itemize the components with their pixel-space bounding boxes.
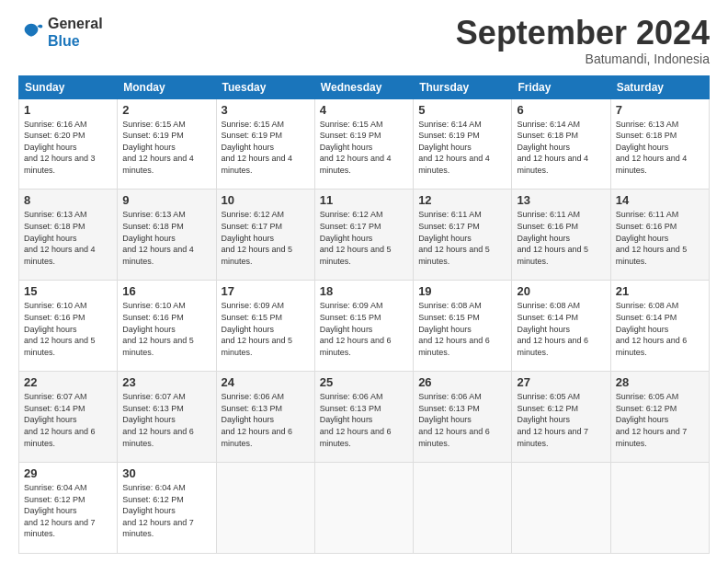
day-detail: Sunrise: 6:06 AM Sunset: 6:13 PM Dayligh… (320, 391, 408, 449)
day-detail: Sunrise: 6:04 AM Sunset: 6:12 PM Dayligh… (122, 482, 210, 540)
day-detail: Sunrise: 6:05 AM Sunset: 6:12 PM Dayligh… (517, 391, 605, 449)
calendar-day: 6 Sunrise: 6:14 AM Sunset: 6:18 PM Dayli… (512, 98, 610, 190)
calendar-day: 18 Sunrise: 6:09 AM Sunset: 6:15 PM Dayl… (314, 281, 413, 372)
calendar-week-1: 1 Sunrise: 6:16 AM Sunset: 6:20 PM Dayli… (19, 98, 710, 190)
calendar-day: 1 Sunrise: 6:16 AM Sunset: 6:20 PM Dayli… (19, 98, 118, 190)
day-detail: Sunrise: 6:10 AM Sunset: 6:16 PM Dayligh… (122, 300, 210, 358)
day-number: 19 (418, 284, 506, 298)
day-detail: Sunrise: 6:09 AM Sunset: 6:15 PM Dayligh… (222, 300, 310, 358)
day-number: 8 (24, 193, 112, 207)
day-detail: Sunrise: 6:08 AM Sunset: 6:14 PM Dayligh… (517, 300, 605, 358)
calendar-day: 11 Sunrise: 6:12 AM Sunset: 6:17 PM Dayl… (314, 190, 413, 281)
calendar-day: 12 Sunrise: 6:11 AM Sunset: 6:17 PM Dayl… (414, 190, 512, 281)
calendar-body: 1 Sunrise: 6:16 AM Sunset: 6:20 PM Dayli… (19, 98, 710, 553)
calendar-day: 24 Sunrise: 6:06 AM Sunset: 6:13 PM Dayl… (216, 372, 314, 463)
day-number: 1 (24, 103, 112, 117)
day-detail: Sunrise: 6:08 AM Sunset: 6:15 PM Dayligh… (418, 300, 506, 358)
calendar-header-row: SundayMondayTuesdayWednesdayThursdayFrid… (19, 75, 710, 98)
page: General Blue September 2024 Batumandi, I… (0, 0, 728, 563)
day-number: 4 (320, 103, 408, 117)
day-number: 21 (616, 284, 704, 298)
location: Batumandi, Indonesia (456, 52, 710, 66)
calendar-header-wednesday: Wednesday (314, 75, 413, 98)
day-number: 9 (122, 193, 210, 207)
day-number: 18 (320, 284, 408, 298)
day-number: 16 (122, 284, 210, 298)
logo-text: General Blue (48, 15, 103, 50)
day-detail: Sunrise: 6:11 AM Sunset: 6:16 PM Dayligh… (517, 209, 605, 267)
calendar-day: 16 Sunrise: 6:10 AM Sunset: 6:16 PM Dayl… (118, 281, 216, 372)
day-detail: Sunrise: 6:06 AM Sunset: 6:13 PM Dayligh… (418, 391, 506, 449)
day-number: 3 (222, 103, 310, 117)
calendar-day: 5 Sunrise: 6:14 AM Sunset: 6:19 PM Dayli… (414, 98, 512, 190)
day-detail: Sunrise: 6:16 AM Sunset: 6:20 PM Dayligh… (24, 119, 112, 177)
calendar-header-thursday: Thursday (414, 75, 512, 98)
day-number: 15 (24, 284, 112, 298)
calendar-header-friday: Friday (512, 75, 610, 98)
calendar-day: 13 Sunrise: 6:11 AM Sunset: 6:16 PM Dayl… (512, 190, 610, 281)
day-number: 28 (616, 375, 704, 389)
calendar-week-2: 8 Sunrise: 6:13 AM Sunset: 6:18 PM Dayli… (19, 190, 710, 281)
day-detail: Sunrise: 6:06 AM Sunset: 6:13 PM Dayligh… (222, 391, 310, 449)
calendar-day: 10 Sunrise: 6:12 AM Sunset: 6:17 PM Dayl… (216, 190, 314, 281)
day-number: 23 (122, 375, 210, 389)
calendar-day: 7 Sunrise: 6:13 AM Sunset: 6:18 PM Dayli… (610, 98, 709, 190)
day-detail: Sunrise: 6:07 AM Sunset: 6:14 PM Dayligh… (24, 391, 112, 449)
day-number: 7 (616, 103, 704, 117)
header: General Blue September 2024 Batumandi, I… (18, 15, 710, 66)
day-detail: Sunrise: 6:15 AM Sunset: 6:19 PM Dayligh… (222, 119, 310, 177)
day-number: 10 (222, 193, 310, 207)
day-detail: Sunrise: 6:13 AM Sunset: 6:18 PM Dayligh… (24, 209, 112, 267)
calendar-header-tuesday: Tuesday (216, 75, 314, 98)
logo: General Blue (18, 15, 103, 50)
calendar-day: 3 Sunrise: 6:15 AM Sunset: 6:19 PM Dayli… (216, 98, 314, 190)
calendar-week-4: 22 Sunrise: 6:07 AM Sunset: 6:14 PM Dayl… (19, 372, 710, 463)
month-title: September 2024 (456, 15, 710, 52)
day-detail: Sunrise: 6:15 AM Sunset: 6:19 PM Dayligh… (122, 119, 210, 177)
day-detail: Sunrise: 6:04 AM Sunset: 6:12 PM Dayligh… (24, 482, 112, 540)
calendar-day: 8 Sunrise: 6:13 AM Sunset: 6:18 PM Dayli… (19, 190, 118, 281)
day-number: 26 (418, 375, 506, 389)
day-detail: Sunrise: 6:05 AM Sunset: 6:12 PM Dayligh… (616, 391, 704, 449)
day-detail: Sunrise: 6:09 AM Sunset: 6:15 PM Dayligh… (320, 300, 408, 358)
day-number: 17 (222, 284, 310, 298)
day-number: 2 (122, 103, 210, 117)
day-detail: Sunrise: 6:07 AM Sunset: 6:13 PM Dayligh… (122, 391, 210, 449)
calendar-table: SundayMondayTuesdayWednesdayThursdayFrid… (18, 75, 710, 554)
day-detail: Sunrise: 6:11 AM Sunset: 6:17 PM Dayligh… (418, 209, 506, 267)
calendar-day: 4 Sunrise: 6:15 AM Sunset: 6:19 PM Dayli… (314, 98, 413, 190)
day-detail: Sunrise: 6:10 AM Sunset: 6:16 PM Dayligh… (24, 300, 112, 358)
title-block: September 2024 Batumandi, Indonesia (456, 15, 710, 66)
day-detail: Sunrise: 6:08 AM Sunset: 6:14 PM Dayligh… (616, 300, 704, 358)
day-number: 30 (122, 466, 210, 480)
day-number: 6 (517, 103, 605, 117)
day-number: 12 (418, 193, 506, 207)
day-detail: Sunrise: 6:15 AM Sunset: 6:19 PM Dayligh… (320, 119, 408, 177)
day-number: 29 (24, 466, 112, 480)
calendar-day: 27 Sunrise: 6:05 AM Sunset: 6:12 PM Dayl… (512, 372, 610, 463)
calendar-day: 20 Sunrise: 6:08 AM Sunset: 6:14 PM Dayl… (512, 281, 610, 372)
calendar-week-5: 29 Sunrise: 6:04 AM Sunset: 6:12 PM Dayl… (19, 463, 710, 554)
calendar-day (610, 463, 709, 554)
day-number: 25 (320, 375, 408, 389)
calendar-day: 26 Sunrise: 6:06 AM Sunset: 6:13 PM Dayl… (414, 372, 512, 463)
calendar-day: 15 Sunrise: 6:10 AM Sunset: 6:16 PM Dayl… (19, 281, 118, 372)
calendar-header-monday: Monday (118, 75, 216, 98)
calendar-week-3: 15 Sunrise: 6:10 AM Sunset: 6:16 PM Dayl… (19, 281, 710, 372)
calendar-day: 29 Sunrise: 6:04 AM Sunset: 6:12 PM Dayl… (19, 463, 118, 554)
calendar-day: 30 Sunrise: 6:04 AM Sunset: 6:12 PM Dayl… (118, 463, 216, 554)
day-number: 14 (616, 193, 704, 207)
day-detail: Sunrise: 6:13 AM Sunset: 6:18 PM Dayligh… (616, 119, 704, 177)
calendar-day: 2 Sunrise: 6:15 AM Sunset: 6:19 PM Dayli… (118, 98, 216, 190)
day-detail: Sunrise: 6:14 AM Sunset: 6:19 PM Dayligh… (418, 119, 506, 177)
logo-bird-icon (18, 19, 44, 45)
day-number: 24 (222, 375, 310, 389)
day-number: 20 (517, 284, 605, 298)
calendar-day: 9 Sunrise: 6:13 AM Sunset: 6:18 PM Dayli… (118, 190, 216, 281)
day-number: 27 (517, 375, 605, 389)
calendar-day: 17 Sunrise: 6:09 AM Sunset: 6:15 PM Dayl… (216, 281, 314, 372)
day-number: 5 (418, 103, 506, 117)
calendar-day (414, 463, 512, 554)
day-detail: Sunrise: 6:11 AM Sunset: 6:16 PM Dayligh… (616, 209, 704, 267)
calendar-day: 21 Sunrise: 6:08 AM Sunset: 6:14 PM Dayl… (610, 281, 709, 372)
